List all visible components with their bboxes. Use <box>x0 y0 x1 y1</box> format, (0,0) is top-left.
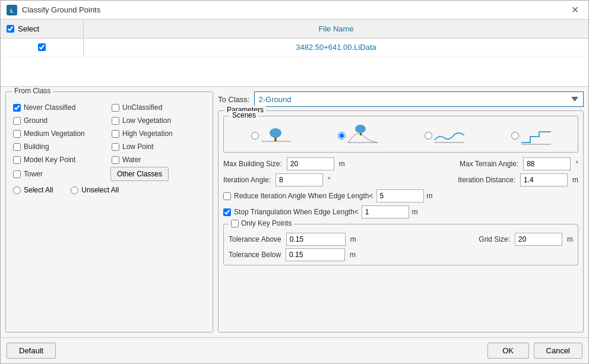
only-key-points-checkbox[interactable] <box>231 220 239 227</box>
scene-4[interactable] <box>511 124 551 147</box>
tolerance-below-row: Tolerance Below m <box>229 248 573 261</box>
ok-button[interactable]: OK <box>487 343 529 359</box>
checkbox-low-vegetation[interactable]: Low Vegetation <box>110 115 207 126</box>
iteration-distance-input[interactable] <box>520 173 568 186</box>
scene-1-icon <box>261 124 291 147</box>
checkbox-unclassified[interactable]: UnClassified <box>110 102 207 113</box>
reduce-unit: m <box>427 192 433 200</box>
scene-2-icon <box>348 124 378 147</box>
iteration-distance-label: Iteration Distance: <box>458 176 515 184</box>
tolerance-above-row: Tolerance Above m Grid Size: m <box>229 233 573 246</box>
reduce-checkbox[interactable] <box>223 192 231 200</box>
bottom-bar: Default OK Cancel <box>1 337 588 363</box>
scenes-title: Scenes <box>230 111 258 119</box>
checkbox-building[interactable]: Building <box>12 141 108 153</box>
to-class-select[interactable]: 2-Ground 1-Unclassified 3-Low Vegetation… <box>254 91 584 107</box>
cancel-button[interactable]: Cancel <box>534 343 582 359</box>
max-terrain-angle-input[interactable] <box>523 157 571 170</box>
field-row-iteration: Iteration Angle: ° Iteration Distance: m <box>223 173 578 186</box>
row-checkbox[interactable] <box>38 43 46 51</box>
tolerance-above-unit: m <box>350 235 356 243</box>
scene-4-radio[interactable] <box>511 132 519 140</box>
iteration-distance-unit: m <box>572 176 578 184</box>
select-all-radio[interactable]: Select All <box>13 186 53 194</box>
max-building-size-input[interactable] <box>287 157 334 170</box>
only-key-points-label: Only Key Points <box>241 219 292 227</box>
scene-3-radio[interactable] <box>425 132 432 140</box>
stop-value-input[interactable] <box>362 205 409 219</box>
close-button[interactable]: ✕ <box>568 4 582 16</box>
dialog-title: Classify Ground Points <box>22 5 100 14</box>
reduce-checkbox-row: Reduce Iteration Angle When Edge Length<… <box>223 189 578 202</box>
reduce-value-input[interactable] <box>376 189 424 202</box>
max-building-size-unit: m <box>339 160 345 168</box>
checkbox-tower[interactable]: Tower <box>12 167 108 181</box>
grid-size-unit: m <box>567 235 573 243</box>
scene-4-icon <box>521 124 551 147</box>
stop-label: Stop Triangulation When Edge Length< <box>234 208 359 216</box>
scene-1-radio[interactable] <box>251 132 259 140</box>
row-select-cell <box>1 39 84 56</box>
only-key-points-group: Only Key Points Tolerance Above m Grid S… <box>223 224 578 265</box>
from-class-title: From Class <box>12 87 53 95</box>
filename-column-header: File Name <box>84 24 588 33</box>
file-table: Select File Name 3482.50+641.00.LiData <box>1 20 588 87</box>
checkbox-ground[interactable]: Ground <box>12 115 108 126</box>
file-table-body: 3482.50+641.00.LiData <box>1 39 588 86</box>
params-fields: Max Building Size: m Max Terrain Angle: … <box>223 157 578 265</box>
iteration-angle-label: Iteration Angle: <box>223 176 271 184</box>
from-class-grid: Never Classified UnClassified Ground Low… <box>12 102 207 181</box>
table-row: 3482.50+641.00.LiData <box>1 39 588 56</box>
checkbox-medium-vegetation[interactable]: Medium Vegetation <box>12 128 108 140</box>
max-terrain-angle-unit: ° <box>575 160 578 168</box>
parameters-group: Parameters Scenes <box>218 110 584 333</box>
app-icon: L <box>7 5 17 15</box>
classify-ground-points-dialog: L Classify Ground Points ✕ Select File N… <box>0 0 589 364</box>
select-header-label: Select <box>18 24 39 33</box>
grid-size-input[interactable] <box>515 233 562 246</box>
select-all-row: Select All Unselect All <box>12 185 207 195</box>
title-bar-left: L Classify Ground Points <box>7 5 100 15</box>
checkbox-never-classified[interactable]: Never Classified <box>12 102 108 113</box>
checkbox-low-point[interactable]: Low Point <box>110 141 207 153</box>
iteration-angle-input[interactable] <box>276 173 323 186</box>
title-bar: L Classify Ground Points ✕ <box>1 1 588 20</box>
svg-point-4 <box>270 128 281 138</box>
svg-point-7 <box>355 125 366 133</box>
to-class-row: To Class: 2-Ground 1-Unclassified 3-Low … <box>218 91 584 107</box>
params-panel: To Class: 2-Ground 1-Unclassified 3-Low … <box>218 91 584 333</box>
select-column-header: Select <box>1 20 84 38</box>
grid-size-label: Grid Size: <box>479 235 510 243</box>
max-terrain-angle-label: Max Terrain Angle: <box>460 160 518 168</box>
reduce-label: Reduce Iteration Angle When Edge Length< <box>234 192 373 200</box>
scene-2[interactable] <box>338 124 378 147</box>
tolerance-below-unit: m <box>350 251 356 259</box>
table-header: Select File Name <box>1 20 588 39</box>
scene-3-icon <box>435 124 464 147</box>
okp-title-row: Only Key Points <box>229 219 294 227</box>
tolerance-below-label: Tolerance Below <box>229 251 281 259</box>
row-filename-cell: 3482.50+641.00.LiData <box>84 43 588 52</box>
from-class-panel: From Class Never Classified UnClassified… <box>5 91 213 333</box>
scenes-row <box>229 120 573 148</box>
checkbox-high-vegetation[interactable]: High Vegetation <box>110 128 207 140</box>
checkbox-water[interactable]: Water <box>110 154 207 166</box>
tolerance-below-input[interactable] <box>286 248 345 261</box>
checkbox-model-key-point[interactable]: Model Key Point <box>12 154 108 166</box>
max-building-size-label: Max Building Size: <box>223 160 282 168</box>
bottom-right: OK Cancel <box>487 343 582 359</box>
to-class-label: To Class: <box>218 95 249 104</box>
iteration-angle-unit: ° <box>328 176 331 184</box>
scene-2-radio[interactable] <box>338 132 346 140</box>
stop-checkbox-row: Stop Triangulation When Edge Length< m <box>223 205 578 219</box>
tolerance-above-input[interactable] <box>286 233 346 246</box>
default-button[interactable]: Default <box>7 343 56 359</box>
other-classes-button[interactable]: Other Classes <box>110 167 169 181</box>
stop-checkbox[interactable] <box>223 208 231 216</box>
scene-3[interactable] <box>425 124 464 147</box>
select-all-checkbox[interactable] <box>7 25 14 33</box>
stop-unit: m <box>412 208 418 216</box>
field-row-building-terrain: Max Building Size: m Max Terrain Angle: … <box>223 157 578 170</box>
scene-1[interactable] <box>251 124 291 147</box>
unselect-all-radio[interactable]: Unselect All <box>71 186 119 194</box>
